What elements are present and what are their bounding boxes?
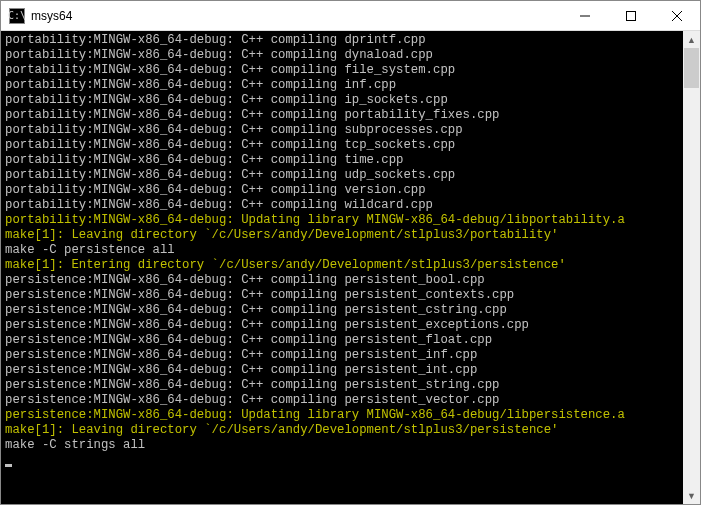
console-line: make -C persistence all [5, 243, 679, 258]
console-cursor-line [5, 453, 679, 468]
console-line: portability:MINGW-x86_64-debug: C++ comp… [5, 48, 679, 63]
console-line: persistence:MINGW-x86_64-debug: C++ comp… [5, 333, 679, 348]
console-line: make[1]: Leaving directory `/c/Users/and… [5, 423, 679, 438]
console-line: portability:MINGW-x86_64-debug: C++ comp… [5, 63, 679, 78]
console-line: make -C strings all [5, 438, 679, 453]
maximize-button[interactable] [608, 1, 654, 30]
maximize-icon [626, 11, 636, 21]
vertical-scrollbar[interactable]: ▲ ▼ [683, 31, 700, 504]
console-line: portability:MINGW-x86_64-debug: C++ comp… [5, 153, 679, 168]
console-line: persistence:MINGW-x86_64-debug: C++ comp… [5, 348, 679, 363]
scroll-down-arrow-icon[interactable]: ▼ [683, 487, 700, 504]
cursor-icon [5, 464, 12, 467]
console-line: persistence:MINGW-x86_64-debug: C++ comp… [5, 303, 679, 318]
console-line: portability:MINGW-x86_64-debug: C++ comp… [5, 108, 679, 123]
titlebar[interactable]: C:\ msys64 [1, 1, 700, 31]
close-icon [672, 11, 682, 21]
console-line: persistence:MINGW-x86_64-debug: C++ comp… [5, 363, 679, 378]
console-line: portability:MINGW-x86_64-debug: C++ comp… [5, 168, 679, 183]
console-line: portability:MINGW-x86_64-debug: C++ comp… [5, 78, 679, 93]
close-button[interactable] [654, 1, 700, 30]
console-line: persistence:MINGW-x86_64-debug: C++ comp… [5, 318, 679, 333]
console-line: persistence:MINGW-x86_64-debug: C++ comp… [5, 378, 679, 393]
console-line: persistence:MINGW-x86_64-debug: C++ comp… [5, 273, 679, 288]
console-line: portability:MINGW-x86_64-debug: C++ comp… [5, 138, 679, 153]
window-title: msys64 [31, 9, 562, 23]
scroll-thumb[interactable] [684, 48, 699, 88]
scroll-up-arrow-icon[interactable]: ▲ [683, 31, 700, 48]
console-line: persistence:MINGW-x86_64-debug: C++ comp… [5, 288, 679, 303]
window-frame: C:\ msys64 portability:MINGW-x86_64-debu… [0, 0, 701, 505]
console-line: make[1]: Entering directory `/c/Users/an… [5, 258, 679, 273]
window-controls [562, 1, 700, 30]
console-line: persistence:MINGW-x86_64-debug: Updating… [5, 408, 679, 423]
console-line: portability:MINGW-x86_64-debug: C++ comp… [5, 93, 679, 108]
minimize-button[interactable] [562, 1, 608, 30]
minimize-icon [580, 11, 590, 21]
console-area: portability:MINGW-x86_64-debug: C++ comp… [1, 31, 700, 504]
console-line: portability:MINGW-x86_64-debug: C++ comp… [5, 198, 679, 213]
console-line: portability:MINGW-x86_64-debug: C++ comp… [5, 183, 679, 198]
svg-rect-1 [627, 11, 636, 20]
console-line: portability:MINGW-x86_64-debug: C++ comp… [5, 123, 679, 138]
console-line: persistence:MINGW-x86_64-debug: C++ comp… [5, 393, 679, 408]
console-line: make[1]: Leaving directory `/c/Users/and… [5, 228, 679, 243]
console-output[interactable]: portability:MINGW-x86_64-debug: C++ comp… [1, 31, 683, 504]
console-line: portability:MINGW-x86_64-debug: C++ comp… [5, 33, 679, 48]
console-line: portability:MINGW-x86_64-debug: Updating… [5, 213, 679, 228]
app-icon: C:\ [9, 8, 25, 24]
